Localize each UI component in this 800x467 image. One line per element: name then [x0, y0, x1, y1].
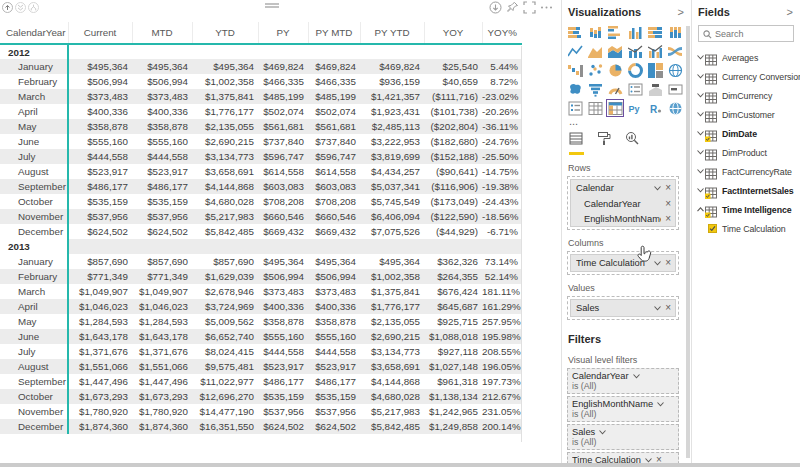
visual-type-stacked-area-chart-icon[interactable] [606, 42, 624, 60]
matrix-cell[interactable]: $603,083 [258, 179, 308, 194]
matrix-cell[interactable]: $1,375,841 [360, 284, 424, 299]
filter-card-englishmonthname[interactable]: EnglishMonthName is (All) [567, 396, 679, 422]
matrix-cell[interactable]: $555,160 [308, 329, 360, 344]
rows-well[interactable]: Calendar × CalendarYear × EnglishMonthNa… [567, 176, 679, 230]
search-input[interactable] [715, 29, 785, 39]
chevron-down-icon[interactable] [695, 188, 705, 193]
filter-card-sales[interactable]: Sales is (All) [567, 424, 679, 450]
matrix-cell[interactable]: -18.56% [482, 209, 522, 224]
visual-type-arcgis-map-icon[interactable] [666, 99, 684, 117]
matrix-cell[interactable]: $485,199 [308, 89, 360, 104]
visualizations-pane-scrollbar[interactable] [686, 26, 690, 458]
visual-type-100-stacked-bar-chart-icon[interactable] [646, 23, 664, 41]
matrix-cell[interactable]: $1,242,965 [424, 404, 482, 419]
matrix-cell[interactable]: $12,696,270 [192, 389, 258, 404]
visual-type-r-script-visual-icon[interactable]: R [646, 99, 664, 117]
matrix-cell[interactable]: $1,088,018 [424, 329, 482, 344]
matrix-cell[interactable]: $3,819,699 [360, 149, 424, 164]
matrix-cell[interactable]: $495,364 [308, 254, 360, 269]
chevron-down-icon[interactable] [654, 258, 661, 268]
matrix-cell[interactable]: $523,917 [308, 359, 360, 374]
matrix-cell[interactable]: $771,349 [68, 269, 132, 284]
matrix-month-row-header[interactable]: April [0, 104, 68, 119]
matrix-cell[interactable]: $535,159 [132, 194, 192, 209]
matrix-cell[interactable]: $502,074 [308, 104, 360, 119]
chevron-down-icon[interactable] [654, 183, 661, 193]
matrix-cell[interactable]: 196.05% [482, 359, 522, 374]
matrix-month-row-header[interactable]: August [0, 164, 68, 179]
matrix-cell[interactable]: $4,680,028 [192, 194, 258, 209]
chevron-down-icon[interactable] [695, 131, 705, 136]
visual-type-pie-chart-icon[interactable] [606, 61, 624, 79]
matrix-cell[interactable]: $596,747 [258, 149, 308, 164]
matrix-cell[interactable]: $1,421,357 [360, 89, 424, 104]
matrix-cell[interactable]: $645,687 [424, 299, 482, 314]
matrix-cell[interactable]: 5.44% [482, 59, 522, 74]
matrix-cell[interactable]: $4,680,028 [360, 389, 424, 404]
matrix-cell[interactable]: $400,336 [308, 299, 360, 314]
matrix-cell[interactable]: -6.71% [482, 224, 522, 239]
matrix-cell[interactable]: -19.38% [482, 179, 522, 194]
matrix-cell[interactable]: $495,364 [360, 254, 424, 269]
matrix-cell[interactable]: $400,336 [132, 104, 192, 119]
matrix-cell[interactable]: $669,432 [308, 224, 360, 239]
matrix-cell[interactable]: 197.73% [482, 374, 522, 389]
matrix-cell[interactable]: $925,715 [424, 314, 482, 329]
matrix-year-row-header[interactable]: 2012 [0, 44, 68, 59]
matrix-cell[interactable]: $264,355 [424, 269, 482, 284]
matrix-cell[interactable]: $4,434,257 [360, 164, 424, 179]
matrix-cell[interactable]: $624,502 [308, 419, 360, 434]
matrix-cell[interactable]: $624,502 [258, 419, 308, 434]
matrix-month-row-header[interactable]: September [0, 374, 68, 389]
matrix-month-row-header[interactable]: June [0, 134, 68, 149]
matrix-column-header[interactable]: PY [258, 22, 308, 44]
matrix-month-row-header[interactable]: May [0, 119, 68, 134]
matrix-cell[interactable]: $358,878 [68, 119, 132, 134]
matrix-cell[interactable]: $444,558 [132, 149, 192, 164]
fields-field-time-calculation[interactable]: Time Calculation [692, 219, 800, 238]
fields-table-averages[interactable]: Averages [692, 48, 800, 67]
matrix-month-row-header[interactable]: February [0, 269, 68, 284]
matrix-cell[interactable]: $2,690,215 [360, 329, 424, 344]
matrix-cell[interactable]: $502,074 [258, 104, 308, 119]
matrix-cell[interactable]: $1,049,907 [68, 284, 132, 299]
matrix-cell[interactable]: $708,208 [258, 194, 308, 209]
matrix-cell[interactable]: $737,840 [308, 134, 360, 149]
matrix-cell[interactable]: $555,160 [132, 134, 192, 149]
matrix-cell[interactable]: $660,546 [308, 209, 360, 224]
tab-analytics[interactable] [625, 131, 640, 155]
fields-table-time-intelligence[interactable]: Time Intelligence [692, 200, 800, 219]
matrix-cell[interactable]: $2,690,215 [192, 134, 258, 149]
matrix-cell[interactable]: $2,135,055 [360, 314, 424, 329]
matrix-cell[interactable]: $400,336 [258, 299, 308, 314]
visual-type-scatter-chart-icon[interactable] [586, 61, 604, 79]
matrix-cell[interactable]: $537,956 [308, 404, 360, 419]
matrix-cell[interactable]: $3,724,969 [192, 299, 258, 314]
field-pill-sales[interactable]: Sales × [571, 300, 675, 316]
fields-search-box[interactable] [698, 25, 794, 42]
matrix-cell[interactable]: $1,046,023 [68, 299, 132, 314]
matrix-cell[interactable]: 8.72% [482, 74, 522, 89]
matrix-cell[interactable]: $523,917 [68, 164, 132, 179]
matrix-cell[interactable]: $466,335 [308, 74, 360, 89]
tab-fields[interactable] [569, 131, 584, 155]
chevron-down-icon[interactable] [654, 303, 661, 313]
fields-table-dimcustomer[interactable]: DimCustomer [692, 105, 800, 124]
chevron-down-icon[interactable] [657, 399, 664, 409]
visual-type-python-visual-icon[interactable]: Py [626, 99, 644, 117]
matrix-month-row-header[interactable]: September [0, 179, 68, 194]
more-options-icon[interactable] [540, 1, 553, 14]
matrix-cell[interactable]: -24.76% [482, 134, 522, 149]
matrix-cell[interactable]: ($101,738) [424, 104, 482, 119]
matrix-cell[interactable]: $523,917 [132, 164, 192, 179]
visual-type-funnel-icon[interactable] [586, 80, 604, 98]
matrix-cell[interactable]: $614,558 [308, 164, 360, 179]
fields-table-factinternetsales[interactable]: FactInternetSales [692, 181, 800, 200]
matrix-cell[interactable]: ($116,906) [424, 179, 482, 194]
matrix-cell[interactable]: $444,558 [308, 344, 360, 359]
matrix-cell[interactable]: $555,160 [68, 134, 132, 149]
matrix-month-row-header[interactable]: January [0, 59, 68, 74]
matrix-cell[interactable]: $603,083 [308, 179, 360, 194]
matrix-cell[interactable]: $708,208 [308, 194, 360, 209]
matrix-cell[interactable]: $669,432 [258, 224, 308, 239]
